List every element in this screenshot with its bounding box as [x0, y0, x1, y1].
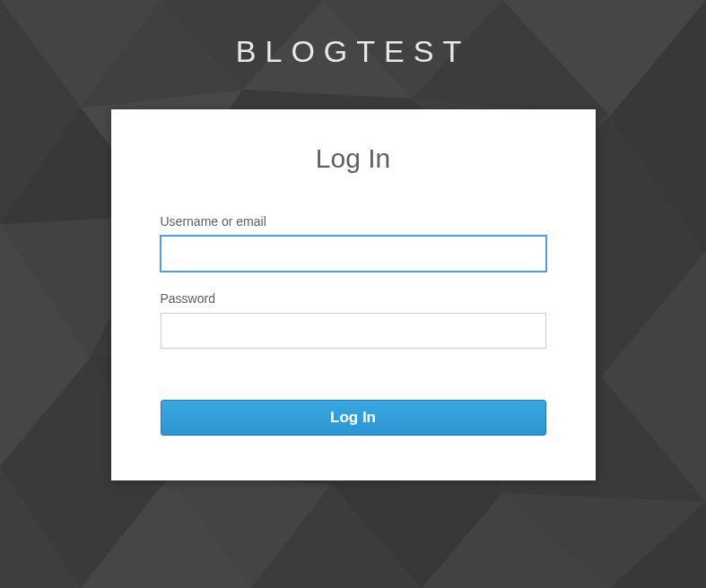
- username-field-group: Username or email: [161, 214, 546, 272]
- login-button[interactable]: Log In: [161, 400, 546, 436]
- login-card: Log In Username or email Password Log In: [111, 109, 596, 480]
- login-heading: Log In: [161, 143, 546, 174]
- username-label: Username or email: [161, 214, 546, 229]
- site-title: BLOGTEST: [236, 34, 470, 69]
- password-label: Password: [161, 291, 546, 306]
- password-field-group: Password: [161, 291, 546, 349]
- password-input[interactable]: [161, 313, 546, 349]
- username-input[interactable]: [161, 236, 546, 272]
